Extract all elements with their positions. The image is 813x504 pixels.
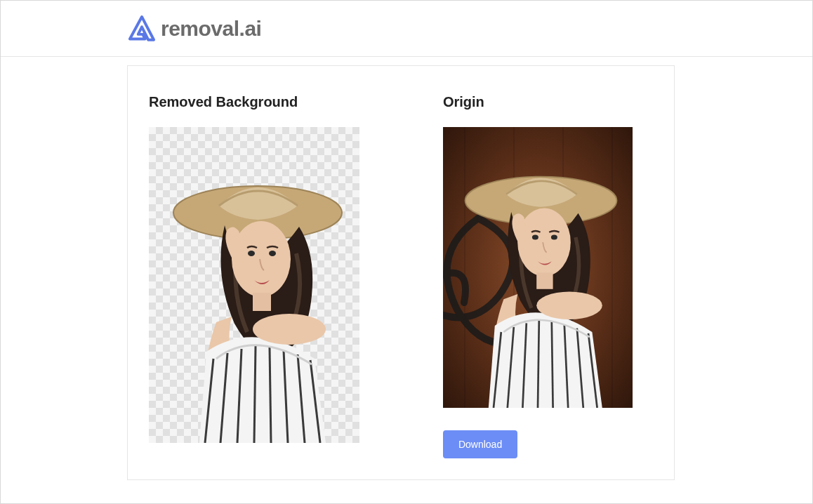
svg-line-11 bbox=[270, 347, 271, 443]
removed-title: Removed Background bbox=[149, 94, 401, 110]
app-header: removal.ai bbox=[1, 1, 812, 57]
removed-image-frame bbox=[149, 127, 359, 443]
svg-point-4 bbox=[269, 251, 276, 256]
brand-a-icon bbox=[127, 14, 157, 44]
subject-original-image bbox=[443, 142, 633, 408]
svg-rect-20 bbox=[536, 272, 553, 289]
svg-line-25 bbox=[538, 321, 539, 408]
svg-point-19 bbox=[551, 234, 557, 239]
origin-image-frame bbox=[443, 127, 633, 408]
svg-point-17 bbox=[517, 208, 571, 277]
brand-logo[interactable]: removal.ai bbox=[127, 14, 261, 44]
svg-point-3 bbox=[248, 251, 255, 256]
subject-cutout-image bbox=[149, 148, 359, 443]
content-area: Removed Background bbox=[1, 57, 812, 480]
removed-column: Removed Background bbox=[149, 94, 401, 458]
svg-rect-5 bbox=[253, 293, 271, 311]
svg-line-26 bbox=[552, 322, 553, 408]
svg-point-18 bbox=[532, 234, 538, 239]
brand-name: removal.ai bbox=[161, 17, 261, 41]
svg-line-10 bbox=[254, 346, 256, 443]
download-button[interactable]: Download bbox=[443, 430, 517, 458]
svg-point-2 bbox=[232, 221, 291, 297]
svg-point-6 bbox=[253, 314, 326, 345]
result-card: Removed Background bbox=[127, 65, 675, 480]
origin-column: Origin bbox=[443, 94, 653, 458]
origin-title: Origin bbox=[443, 94, 653, 110]
svg-point-21 bbox=[536, 291, 602, 319]
